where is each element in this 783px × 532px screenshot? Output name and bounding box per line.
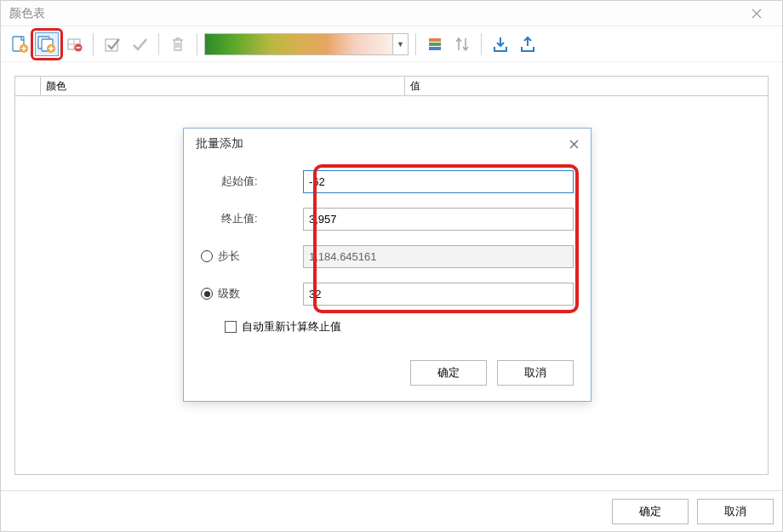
end-value-label: 终止值: (201, 211, 303, 226)
dialog-titlebar: 批量添加 (184, 129, 591, 159)
dialog-cancel-button[interactable]: 取消 (497, 360, 574, 386)
trash-button[interactable] (166, 32, 190, 56)
bottom-button-bar: 确定 取消 (1, 490, 782, 531)
sort-icon (454, 36, 470, 53)
close-icon (569, 140, 579, 149)
import-button[interactable] (489, 32, 512, 56)
titlebar: 颜色表 (1, 1, 782, 26)
trash-icon (170, 36, 186, 53)
toolbar: ▼ (1, 26, 782, 62)
separator (481, 33, 482, 55)
value-column-header[interactable]: 值 (405, 77, 769, 95)
window-close-button[interactable] (740, 4, 774, 23)
end-value-input[interactable] (303, 208, 574, 231)
check-icon (131, 36, 148, 53)
gradient-preview (205, 34, 392, 54)
start-value-label: 起始值: (201, 174, 303, 189)
new-document-icon (10, 35, 29, 54)
sort-button[interactable] (450, 32, 474, 56)
start-value-input[interactable] (303, 170, 574, 193)
table-header: 颜色 值 (14, 76, 769, 96)
window-title: 颜色表 (9, 6, 45, 21)
ok-button[interactable]: 确定 (612, 499, 689, 524)
auto-recalc-label: 自动重新计算终止值 (242, 319, 341, 335)
dropdown-arrow-icon: ▼ (392, 34, 408, 54)
start-value-row: 起始值: (201, 169, 574, 193)
new-document-button[interactable] (8, 32, 31, 56)
svg-rect-9 (429, 43, 441, 46)
export-button[interactable] (516, 32, 540, 56)
levels-radio-label[interactable]: 级数 (201, 286, 303, 301)
export-icon (519, 36, 536, 53)
batch-add-icon (37, 35, 57, 54)
step-radio-label[interactable]: 步长 (201, 249, 303, 264)
dialog-body: 起始值: 终止值: 步长 级数 自动重新计算终止值 (184, 159, 591, 355)
dialog-ok-button[interactable]: 确定 (410, 360, 487, 386)
levels-row: 级数 (201, 282, 574, 306)
color-bars-icon (427, 37, 443, 52)
svg-rect-8 (429, 38, 441, 42)
levels-input[interactable] (303, 283, 574, 306)
auto-recalc-row[interactable]: 自动重新计算终止值 (225, 319, 574, 335)
separator (93, 33, 94, 55)
batch-add-dialog: 批量添加 起始值: 终止值: 步长 级数 (183, 128, 592, 402)
cancel-button[interactable]: 取消 (697, 499, 774, 524)
end-value-row: 终止值: (201, 207, 574, 231)
bars-button[interactable] (423, 32, 447, 56)
dialog-title-text: 批量添加 (196, 136, 243, 152)
gradient-dropdown[interactable]: ▼ (204, 33, 409, 55)
separator (197, 33, 197, 55)
checkbox-column-header[interactable] (15, 77, 41, 95)
separator (158, 33, 159, 55)
step-row: 步长 (201, 244, 574, 268)
delete-button[interactable] (62, 32, 86, 56)
close-icon (752, 9, 762, 19)
check-all-button[interactable] (100, 32, 124, 56)
checkbox-checked-icon (104, 36, 121, 53)
import-icon (492, 36, 509, 53)
color-column-header[interactable]: 颜色 (41, 77, 405, 95)
dialog-actions: 确定 取消 (184, 355, 591, 401)
uncheck-all-button[interactable] (128, 32, 151, 56)
separator (415, 33, 416, 55)
batch-add-button[interactable] (35, 32, 59, 56)
svg-rect-10 (429, 47, 441, 50)
delete-row-icon (66, 36, 83, 53)
step-input[interactable] (303, 245, 574, 268)
checkbox-unchecked-icon (225, 321, 237, 333)
dialog-close-button[interactable] (563, 135, 584, 152)
radio-checked-icon (201, 288, 213, 300)
radio-unchecked-icon (201, 250, 213, 262)
